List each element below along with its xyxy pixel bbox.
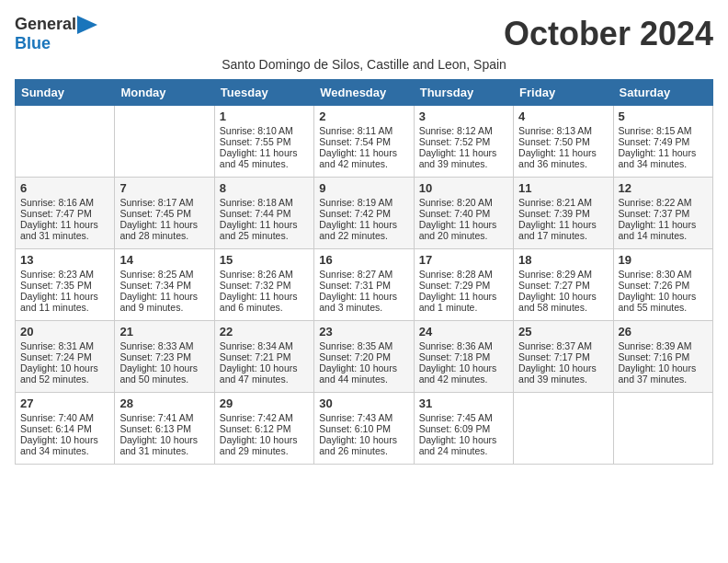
day-header-monday: Monday: [115, 80, 214, 106]
day-number: 20: [20, 325, 109, 339]
day-header-thursday: Thursday: [414, 80, 513, 106]
day-number: 23: [319, 325, 408, 339]
calendar-cell: 10Sunrise: 8:20 AMSunset: 7:40 PMDayligh…: [414, 178, 513, 249]
daylight-text: Daylight: 11 hours and 1 minute.: [419, 291, 508, 313]
sunrise-text: Sunrise: 8:21 AM: [518, 197, 608, 208]
day-number: 30: [319, 396, 408, 410]
calendar-cell: 9Sunrise: 8:19 AMSunset: 7:42 PMDaylight…: [314, 178, 414, 249]
day-number: 2: [319, 109, 408, 123]
day-number: 10: [419, 181, 508, 195]
sunset-text: Sunset: 7:50 PM: [518, 136, 608, 147]
sunrise-text: Sunrise: 8:37 AM: [518, 340, 608, 351]
sunset-text: Sunset: 7:21 PM: [220, 351, 309, 362]
svg-marker-0: [77, 16, 97, 34]
sunset-text: Sunset: 7:35 PM: [20, 280, 109, 291]
daylight-text: Daylight: 10 hours and 42 minutes.: [419, 362, 508, 385]
sunrise-text: Sunrise: 8:39 AM: [619, 340, 708, 351]
sunset-text: Sunset: 6:10 PM: [319, 423, 408, 434]
calendar-week-row: 1Sunrise: 8:10 AMSunset: 7:55 PMDaylight…: [16, 106, 713, 178]
day-number: 31: [419, 396, 508, 410]
calendar-cell: 27Sunrise: 7:40 AMSunset: 6:14 PMDayligh…: [16, 393, 115, 465]
day-number: 21: [119, 325, 209, 339]
sunrise-text: Sunrise: 8:30 AM: [619, 269, 708, 280]
day-header-sunday: Sunday: [16, 80, 115, 106]
calendar-cell: 31Sunrise: 7:45 AMSunset: 6:09 PMDayligh…: [414, 393, 513, 465]
calendar-cell: 12Sunrise: 8:22 AMSunset: 7:37 PMDayligh…: [613, 178, 712, 249]
daylight-text: Daylight: 11 hours and 20 minutes.: [419, 219, 508, 241]
calendar-cell: 13Sunrise: 8:23 AMSunset: 7:35 PMDayligh…: [16, 249, 115, 321]
calendar-cell: 3Sunrise: 8:12 AMSunset: 7:52 PMDaylight…: [414, 106, 513, 178]
daylight-text: Daylight: 10 hours and 24 minutes.: [419, 434, 508, 456]
daylight-text: Daylight: 10 hours and 44 minutes.: [319, 362, 408, 385]
calendar-cell: 2Sunrise: 8:11 AMSunset: 7:54 PMDaylight…: [314, 106, 414, 178]
sunset-text: Sunset: 7:18 PM: [419, 351, 508, 362]
calendar-week-row: 13Sunrise: 8:23 AMSunset: 7:35 PMDayligh…: [16, 249, 713, 321]
sunrise-text: Sunrise: 8:33 AM: [119, 340, 209, 351]
daylight-text: Daylight: 10 hours and 58 minutes.: [518, 291, 608, 313]
sunrise-text: Sunrise: 7:45 AM: [419, 412, 508, 423]
calendar-cell: 29Sunrise: 7:42 AMSunset: 6:12 PMDayligh…: [214, 393, 313, 465]
sunrise-text: Sunrise: 8:29 AM: [518, 269, 608, 280]
daylight-text: Daylight: 11 hours and 3 minutes.: [319, 291, 408, 313]
sunrise-text: Sunrise: 8:23 AM: [20, 269, 109, 280]
sunset-text: Sunset: 6:12 PM: [220, 423, 309, 434]
day-number: 29: [220, 396, 309, 410]
daylight-text: Daylight: 10 hours and 37 minutes.: [619, 362, 708, 385]
sunset-text: Sunset: 7:34 PM: [119, 280, 209, 291]
calendar-cell: 28Sunrise: 7:41 AMSunset: 6:13 PMDayligh…: [115, 393, 214, 465]
sunset-text: Sunset: 7:52 PM: [419, 136, 508, 147]
day-number: 25: [518, 325, 608, 339]
sunrise-text: Sunrise: 8:27 AM: [319, 269, 408, 280]
sunset-text: Sunset: 6:13 PM: [119, 423, 209, 434]
sunset-text: Sunset: 7:37 PM: [619, 208, 708, 219]
daylight-text: Daylight: 11 hours and 28 minutes.: [119, 219, 209, 241]
calendar-cell: 5Sunrise: 8:15 AMSunset: 7:49 PMDaylight…: [613, 106, 712, 178]
day-header-friday: Friday: [514, 80, 613, 106]
calendar-cell: 6Sunrise: 8:16 AMSunset: 7:47 PMDaylight…: [16, 178, 115, 249]
calendar-cell: [613, 393, 712, 465]
logo-general-text: General: [15, 15, 76, 34]
sunrise-text: Sunrise: 8:22 AM: [619, 197, 708, 208]
daylight-text: Daylight: 11 hours and 36 minutes.: [518, 147, 608, 169]
daylight-text: Daylight: 11 hours and 39 minutes.: [419, 147, 508, 169]
sunset-text: Sunset: 7:24 PM: [20, 351, 109, 362]
calendar-cell: 18Sunrise: 8:29 AMSunset: 7:27 PMDayligh…: [514, 249, 613, 321]
sunset-text: Sunset: 7:17 PM: [518, 351, 608, 362]
sunrise-text: Sunrise: 7:40 AM: [20, 412, 109, 423]
day-number: 16: [319, 253, 408, 267]
calendar-cell: [514, 393, 613, 465]
daylight-text: Daylight: 11 hours and 11 minutes.: [20, 291, 109, 313]
day-number: 14: [119, 253, 209, 267]
sunrise-text: Sunrise: 8:17 AM: [119, 197, 209, 208]
sunrise-text: Sunrise: 8:15 AM: [619, 125, 708, 136]
day-number: 28: [119, 396, 209, 410]
day-number: 27: [20, 396, 109, 410]
sunset-text: Sunset: 7:55 PM: [220, 136, 309, 147]
logo-blue-text: Blue: [15, 34, 51, 52]
sunrise-text: Sunrise: 8:26 AM: [220, 269, 309, 280]
sunrise-text: Sunrise: 8:19 AM: [319, 197, 408, 208]
sunrise-text: Sunrise: 8:35 AM: [319, 340, 408, 351]
sunset-text: Sunset: 7:44 PM: [220, 208, 309, 219]
sunset-text: Sunset: 7:20 PM: [319, 351, 408, 362]
sunset-text: Sunset: 7:42 PM: [319, 208, 408, 219]
calendar-cell: 23Sunrise: 8:35 AMSunset: 7:20 PMDayligh…: [314, 321, 414, 393]
sunrise-text: Sunrise: 7:42 AM: [220, 412, 309, 423]
calendar-cell: 17Sunrise: 8:28 AMSunset: 7:29 PMDayligh…: [414, 249, 513, 321]
day-number: 19: [619, 253, 708, 267]
day-number: 13: [20, 253, 109, 267]
daylight-text: Daylight: 10 hours and 34 minutes.: [20, 434, 109, 456]
sunrise-text: Sunrise: 8:13 AM: [518, 125, 608, 136]
day-number: 17: [419, 253, 508, 267]
sunrise-text: Sunrise: 8:31 AM: [20, 340, 109, 351]
sunrise-text: Sunrise: 8:28 AM: [419, 269, 508, 280]
sunset-text: Sunset: 7:39 PM: [518, 208, 608, 219]
calendar-cell: 4Sunrise: 8:13 AMSunset: 7:50 PMDaylight…: [514, 106, 613, 178]
day-number: 3: [419, 109, 508, 123]
daylight-text: Daylight: 11 hours and 25 minutes.: [220, 219, 309, 241]
calendar-cell: [16, 106, 115, 178]
header: General Blue October 2024: [15, 15, 713, 53]
sunset-text: Sunset: 7:40 PM: [419, 208, 508, 219]
sunrise-text: Sunrise: 7:41 AM: [119, 412, 209, 423]
calendar-cell: [115, 106, 214, 178]
